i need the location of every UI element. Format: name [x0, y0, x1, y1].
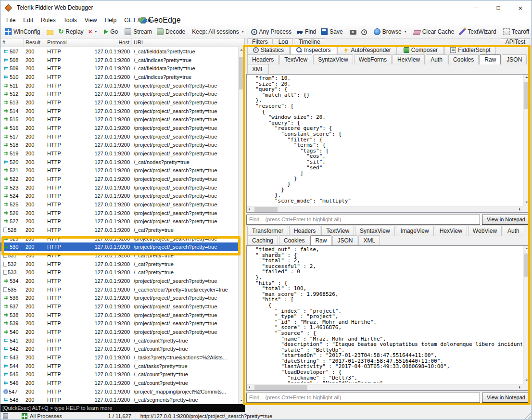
- replay-button[interactable]: ↻ Replay: [56, 27, 86, 36]
- main-tab[interactable]: Inspectors: [291, 45, 336, 55]
- session-row[interactable]: 542 200 HTTP 127.0.0.1:9200 /_cat/count?…: [0, 345, 238, 354]
- tab-filters[interactable]: Filters: [247, 38, 273, 44]
- session-row[interactable]: 529 200 HTTP 127.0.0.1:9200 /project/pro…: [0, 234, 238, 243]
- request-inspector-tab[interactable]: TextView: [279, 54, 312, 64]
- scroll-up-arrow[interactable]: [524, 75, 530, 81]
- tab-apitest[interactable]: APITest: [501, 38, 530, 44]
- keep-sessions-dropdown[interactable]: Keep: All sessions ▼: [190, 27, 246, 36]
- session-row[interactable]: 518 200 HTTP 127.0.0.1:9200 /project/pro…: [0, 140, 238, 149]
- session-row[interactable]: 511 200 HTTP 127.0.0.1:9200 /project/pro…: [0, 81, 238, 90]
- session-row[interactable]: 513 200 HTTP 127.0.0.1:9200 /project/pro…: [0, 98, 238, 107]
- screenshot-button[interactable]: [347, 28, 359, 36]
- session-row[interactable]: 526 200 HTTP 127.0.0.1:9200 /project/pro…: [0, 209, 238, 217]
- session-row[interactable]: 535 200 HTTP 127.0.0.1:9200 /_cache/clea…: [0, 285, 238, 294]
- scroll-up-arrow[interactable]: [524, 246, 530, 252]
- response-inspector-tab[interactable]: Cookies: [279, 235, 309, 245]
- clear-cache-button[interactable]: Clear Cache: [411, 27, 457, 36]
- main-tab[interactable]: Statistics: [247, 45, 290, 55]
- request-inspector-tab[interactable]: Headers: [247, 54, 279, 64]
- stream-button[interactable]: Stream: [122, 27, 154, 36]
- close-button[interactable]: ×: [509, 0, 532, 15]
- session-row[interactable]: 538 200 HTTP 127.0.0.1:9200 /project/pro…: [0, 311, 238, 319]
- main-tab[interactable]: Composer: [398, 45, 443, 55]
- session-row[interactable]: 521 200 HTTP 127.0.0.1:9200 /project/pro…: [0, 166, 238, 175]
- session-row[interactable]: 539 200 HTTP 127.0.0.1:9200 /project/pro…: [0, 319, 238, 328]
- session-row[interactable]: 515 200 HTTP 127.0.0.1:9200 /project/pro…: [0, 115, 238, 124]
- scroll-down-arrow[interactable]: [524, 378, 530, 384]
- resize-grip[interactable]: [525, 413, 531, 419]
- request-inspector-tab[interactable]: JSON: [502, 54, 527, 64]
- session-row[interactable]: 520 200 HTTP 127.0.0.1:9200 /_cat/nodes?…: [0, 158, 238, 166]
- column-header-result[interactable]: Result: [24, 38, 45, 47]
- scroll-left-arrow[interactable]: [247, 206, 253, 213]
- tab-log[interactable]: Log: [274, 38, 293, 44]
- response-vertical-scrollbar[interactable]: [523, 246, 530, 384]
- scroll-thumb[interactable]: [254, 207, 278, 212]
- remove-sessions-button[interactable]: × ▼: [86, 27, 100, 36]
- request-view-in-notepad-button[interactable]: View in Notepad: [482, 215, 530, 225]
- response-inspector-tab[interactable]: Headers: [289, 226, 320, 236]
- save-button[interactable]: Save: [318, 27, 345, 36]
- column-header-num[interactable]: #: [0, 38, 24, 47]
- request-inspector-tab[interactable]: Cookies: [448, 54, 479, 64]
- menu-item[interactable]: View: [81, 15, 101, 25]
- session-row[interactable]: 545 200 HTTP 127.0.0.1:9200 /_cat/count?…: [0, 370, 238, 379]
- tearoff-button[interactable]: Tearoff: [501, 27, 532, 36]
- main-tab[interactable]: FiddlerScript: [444, 45, 496, 55]
- session-row[interactable]: 527 200 HTTP 127.0.0.1:9200 /project/pro…: [0, 217, 238, 226]
- session-row[interactable]: 541 200 HTTP 127.0.0.1:9200 /_cat/count?…: [0, 336, 238, 345]
- session-row[interactable]: 514 200 HTTP 127.0.0.1:9200 /project/pro…: [0, 107, 238, 115]
- response-view-in-notepad-button[interactable]: View in Notepad: [482, 393, 530, 403]
- menu-item[interactable]: Help: [101, 15, 121, 25]
- scroll-left-arrow[interactable]: [247, 384, 253, 391]
- session-row[interactable]: 543 200 HTTP 127.0.0.1:9200 /_tasks?pret…: [0, 353, 238, 362]
- find-button[interactable]: Find: [294, 27, 318, 36]
- session-row[interactable]: 525 200 HTTP 127.0.0.1:9200 /project/pro…: [0, 200, 238, 209]
- session-row[interactable]: 536 200 HTTP 127.0.0.1:9200 /project/pro…: [0, 293, 238, 302]
- session-row[interactable]: 534 200 HTTP 127.0.0.1:9200 /project/pro…: [0, 277, 238, 285]
- response-inspector-tab[interactable]: JSON: [332, 235, 357, 245]
- request-inspector-tab[interactable]: HexView: [393, 54, 425, 64]
- request-inspector-tab[interactable]: Raw: [480, 54, 501, 64]
- response-inspector-tab[interactable]: SyntaxView: [355, 226, 394, 236]
- tab-timeline[interactable]: Timeline: [294, 38, 325, 44]
- response-inspector-tab[interactable]: XML: [358, 235, 380, 245]
- response-inspector-tab[interactable]: Transformer: [247, 226, 288, 236]
- session-list-scrollbar[interactable]: [238, 47, 244, 404]
- timer-button[interactable]: [359, 27, 369, 36]
- request-horizontal-scrollbar[interactable]: [247, 206, 523, 212]
- session-row[interactable]: 522 200 HTTP 127.0.0.1:9200 /project/pro…: [0, 175, 238, 183]
- menu-item[interactable]: Tools: [60, 15, 81, 25]
- decode-button[interactable]: Decode: [154, 27, 188, 36]
- session-row[interactable]: 531 200 HTTP 127.0.0.1:9200 /_cat?pretty…: [0, 251, 238, 260]
- scroll-thumb[interactable]: [254, 385, 307, 390]
- scroll-thumb[interactable]: [524, 254, 530, 277]
- session-row[interactable]: 524 200 HTTP 127.0.0.1:9200 /project/pro…: [0, 191, 238, 200]
- session-row[interactable]: 517 200 HTTP 127.0.0.1:9200 /project/pro…: [0, 132, 238, 141]
- request-inspector-tab[interactable]: Auth: [426, 54, 447, 64]
- session-row[interactable]: 533 200 HTTP 127.0.0.1:9200 /_cat?pretty…: [0, 268, 238, 277]
- session-row[interactable]: 510 200 HTTP 127.0.0.1:9200 /_cat/indice…: [0, 73, 238, 81]
- session-row[interactable]: 530 200 HTTP 127.0.0.1:9200 /project/pro…: [0, 242, 238, 251]
- scroll-thumb[interactable]: [239, 57, 244, 89]
- response-inspector-tab[interactable]: ImageView: [396, 226, 434, 236]
- response-find-input[interactable]: [246, 393, 480, 403]
- column-header-host[interactable]: Host: [70, 38, 132, 47]
- response-inspector-tab[interactable]: HexView: [435, 226, 467, 236]
- winconfig-button[interactable]: WinConfig: [2, 27, 42, 36]
- any-process-button[interactable]: Any Process: [249, 27, 294, 36]
- response-inspector-tab[interactable]: Raw: [310, 235, 331, 245]
- session-row[interactable]: 507 200 HTTP 127.0.0.1:9200 /_cat/fieldd…: [0, 47, 238, 56]
- request-inspector-tab[interactable]: WebForms: [354, 54, 392, 64]
- session-row[interactable]: 512 200 HTTP 127.0.0.1:9200 /project/pro…: [0, 89, 238, 98]
- scroll-right-arrow[interactable]: [517, 206, 523, 213]
- request-raw-view[interactable]: "from": 10, "size": 20, "query": { "matc…: [246, 74, 530, 213]
- textwizard-button[interactable]: TextWizard: [456, 27, 498, 36]
- response-inspector-tab[interactable]: TextView: [321, 226, 354, 236]
- all-processes-toggle[interactable]: All Processes: [30, 413, 62, 419]
- scroll-down-arrow[interactable]: [239, 398, 245, 404]
- session-row[interactable]: 509 200 HTTP 127.0.0.1:9200 /_cat/fieldd…: [0, 64, 238, 73]
- request-inspector-tab[interactable]: XML: [247, 64, 269, 74]
- request-find-input[interactable]: [246, 215, 480, 225]
- scroll-down-arrow[interactable]: [524, 200, 530, 206]
